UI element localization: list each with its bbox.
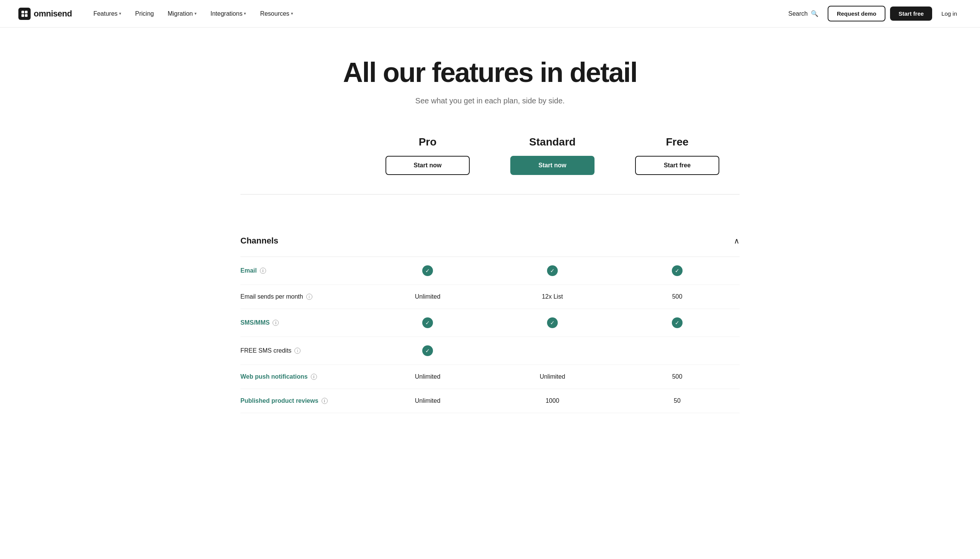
- nav-integrations[interactable]: Integrations ▾: [205, 7, 253, 20]
- feature-email-sends-pro: Unlimited: [365, 293, 490, 300]
- plan-standard-header: Standard Start now: [490, 128, 615, 183]
- nav-migration[interactable]: Migration ▾: [162, 7, 203, 20]
- feature-label-web-push: Web push notifications i: [240, 373, 365, 380]
- feature-email-sends-free: 500: [615, 293, 740, 300]
- channels-section-title: Channels: [240, 236, 278, 246]
- check-icon: ✓: [422, 346, 433, 356]
- feature-sms-free: ✓: [615, 318, 740, 328]
- search-button[interactable]: Search 🔍: [783, 7, 823, 20]
- plans-header-empty-col: [240, 128, 365, 183]
- nav-links: Features ▾ Pricing Migration ▾ Integrati…: [87, 7, 783, 20]
- section-divider: [240, 194, 740, 195]
- svg-rect-2: [21, 14, 24, 17]
- chevron-down-icon: ▾: [244, 11, 246, 16]
- chevron-down-icon: ▾: [291, 11, 293, 16]
- svg-rect-1: [25, 11, 28, 13]
- nav-features[interactable]: Features ▾: [87, 7, 127, 20]
- svg-rect-3: [25, 14, 28, 17]
- plan-standard-cta[interactable]: Start now: [510, 156, 595, 175]
- feature-row-free-sms: FREE SMS credits i ✓: [240, 337, 740, 365]
- nav-resources[interactable]: Resources ▾: [254, 7, 299, 20]
- feature-web-push-standard: Unlimited: [490, 373, 615, 380]
- feature-label-free-sms: FREE SMS credits i: [240, 347, 365, 354]
- info-icon-email-sends[interactable]: i: [306, 294, 312, 300]
- feature-product-reviews-pro: Unlimited: [365, 397, 490, 404]
- feature-label-email-sends: Email sends per month i: [240, 293, 365, 300]
- feature-web-push-pro: Unlimited: [365, 373, 490, 380]
- info-icon-sms[interactable]: i: [273, 320, 279, 326]
- feature-label-product-reviews: Published product reviews i: [240, 397, 365, 404]
- pricing-section: Pro Start now Standard Start now Free St…: [222, 128, 758, 225]
- feature-label-sms: SMS/MMS i: [240, 319, 365, 326]
- navbar: omnisend Features ▾ Pricing Migration ▾ …: [0, 0, 980, 28]
- feature-product-reviews-standard: 1000: [490, 397, 615, 404]
- nav-actions: Search 🔍 Request demo Start free Log in: [783, 6, 962, 22]
- info-icon-email[interactable]: i: [260, 268, 266, 274]
- plans-header: Pro Start now Standard Start now Free St…: [240, 128, 740, 194]
- feature-row-sms: SMS/MMS i ✓ ✓ ✓: [240, 309, 740, 337]
- start-free-nav-button[interactable]: Start free: [890, 7, 932, 21]
- chevron-down-icon: ▾: [119, 11, 121, 16]
- feature-row-email-sends: Email sends per month i Unlimited 12x Li…: [240, 285, 740, 309]
- feature-label-email: Email i: [240, 267, 365, 274]
- request-demo-button[interactable]: Request demo: [828, 6, 886, 22]
- feature-sms-standard: ✓: [490, 318, 615, 328]
- chevron-up-icon: ∧: [734, 236, 740, 245]
- nav-pricing[interactable]: Pricing: [129, 7, 160, 20]
- feature-email-standard: ✓: [490, 265, 615, 276]
- feature-row-product-reviews: Published product reviews i Unlimited 10…: [240, 389, 740, 413]
- feature-product-reviews-free: 50: [615, 397, 740, 404]
- search-icon: 🔍: [811, 10, 818, 17]
- logo[interactable]: omnisend: [18, 8, 72, 20]
- plan-pro-header: Pro Start now: [365, 128, 490, 183]
- search-label: Search: [788, 10, 808, 17]
- check-icon: ✓: [422, 265, 433, 276]
- plan-free-name: Free: [623, 136, 732, 148]
- check-icon: ✓: [547, 318, 558, 328]
- logo-icon: [18, 8, 31, 20]
- info-icon-product-reviews[interactable]: i: [322, 398, 328, 404]
- feature-email-free: ✓: [615, 265, 740, 276]
- feature-row-email: Email i ✓ ✓ ✓: [240, 257, 740, 285]
- feature-email-pro: ✓: [365, 265, 490, 276]
- svg-rect-0: [21, 11, 24, 13]
- hero-section: All our features in detail See what you …: [222, 28, 758, 128]
- info-icon-web-push[interactable]: i: [311, 374, 317, 380]
- plan-free-cta[interactable]: Start free: [635, 156, 719, 175]
- hero-subtitle: See what you get in each plan, side by s…: [240, 96, 740, 105]
- feature-email-sends-standard: 12x List: [490, 293, 615, 300]
- feature-row-web-push: Web push notifications i Unlimited Unlim…: [240, 365, 740, 389]
- check-icon: ✓: [672, 318, 683, 328]
- plan-pro-name: Pro: [373, 136, 483, 148]
- check-icon: ✓: [672, 265, 683, 276]
- feature-free-sms-pro: ✓: [365, 346, 490, 356]
- logo-text: omnisend: [34, 9, 72, 19]
- plan-pro-cta[interactable]: Start now: [385, 156, 470, 175]
- login-link[interactable]: Log in: [937, 7, 962, 20]
- hero-title: All our features in detail: [240, 58, 740, 87]
- check-icon: ✓: [422, 318, 433, 328]
- channels-section-toggle[interactable]: Channels ∧: [240, 225, 740, 257]
- channels-section: Channels ∧ Email i ✓ ✓ ✓ Email sends per…: [222, 225, 758, 413]
- plan-standard-name: Standard: [497, 136, 607, 148]
- check-icon: ✓: [547, 265, 558, 276]
- feature-sms-pro: ✓: [365, 318, 490, 328]
- chevron-down-icon: ▾: [195, 11, 197, 16]
- info-icon-free-sms[interactable]: i: [294, 348, 301, 354]
- feature-web-push-free: 500: [615, 373, 740, 380]
- plan-free-header: Free Start free: [615, 128, 740, 183]
